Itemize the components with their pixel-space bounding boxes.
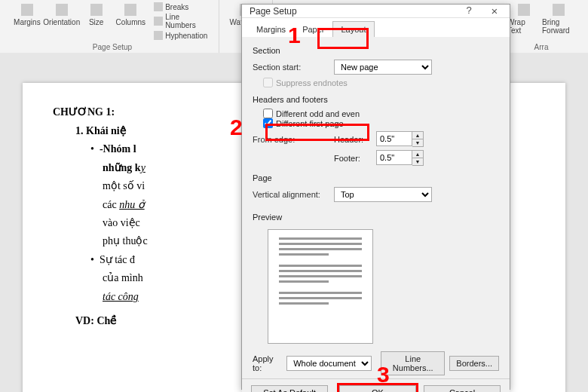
page-setup-dialog: Page Setup ? × Margins Paper Layout Sect… — [241, 4, 510, 390]
set-as-default-button[interactable]: Set As Default — [251, 385, 328, 392]
headers-footers-heading: Headers and footers — [253, 95, 499, 104]
dialog-tabs: Margins Paper Layout — [242, 18, 510, 37]
size-button[interactable]: Size — [80, 2, 113, 41]
ribbon-group-label: Page Setup — [93, 43, 132, 51]
hyphenation-menu[interactable]: Hyphenation — [152, 30, 214, 41]
line-numbers-button[interactable]: Line Numbers... — [381, 351, 445, 375]
chevron-down-icon[interactable]: ▼ — [412, 139, 423, 146]
size-icon — [90, 4, 103, 16]
dialog-title: Page Setup — [250, 6, 297, 17]
from-edge-label: From edge: — [253, 135, 328, 144]
close-icon[interactable]: × — [484, 5, 505, 17]
ribbon-group-arrange: Wrap Text Bring Forward Arra — [501, 0, 582, 54]
cancel-button[interactable]: Cancel — [424, 385, 501, 392]
breaks-icon — [154, 2, 163, 11]
footer-label: Footer: — [334, 154, 370, 163]
suppress-endnotes-label: Suppress endnotes — [276, 78, 348, 87]
borders-button[interactable]: Borders... — [449, 356, 499, 371]
tab-margins[interactable]: Margins — [248, 21, 294, 37]
columns-button[interactable]: Columns — [114, 2, 147, 41]
margins-button[interactable]: Margins — [11, 2, 44, 41]
section-heading: Section — [253, 46, 499, 55]
ribbon-group-label: Arra — [534, 43, 549, 51]
bring-forward-button[interactable]: Bring Forward — [542, 2, 575, 35]
vertical-alignment-label: Vertical alignment: — [253, 190, 328, 199]
orientation-button[interactable]: Orientation — [45, 2, 78, 41]
header-input[interactable] — [376, 131, 412, 146]
orientation-icon — [56, 4, 68, 16]
line-numbers-icon — [154, 17, 163, 26]
margins-icon — [21, 4, 33, 16]
footer-spinbox[interactable]: ▲▼ — [376, 150, 424, 166]
dialog-titlebar[interactable]: Page Setup ? × — [242, 5, 510, 18]
different-first-page-label: Different first page — [276, 119, 344, 128]
different-first-page-checkbox[interactable] — [263, 118, 273, 128]
footer-input[interactable] — [376, 150, 412, 165]
ribbon-group-page-setup: Margins Orientation Size Columns Breaks … — [6, 0, 219, 54]
chevron-up-icon[interactable]: ▲ — [412, 151, 423, 158]
ok-button[interactable]: OK — [339, 385, 416, 392]
different-odd-even-label: Different odd and even — [276, 109, 360, 118]
chevron-down-icon[interactable]: ▼ — [412, 158, 423, 165]
bring-forward-icon — [553, 4, 565, 16]
tab-layout[interactable]: Layout — [332, 21, 374, 37]
help-icon[interactable]: ? — [458, 5, 479, 17]
wrap-text-icon — [518, 4, 530, 16]
chevron-up-icon[interactable]: ▲ — [412, 132, 423, 139]
preview-box — [268, 229, 373, 344]
line-numbers-menu[interactable]: Line Numbers — [152, 12, 214, 30]
header-spinbox[interactable]: ▲▼ — [376, 131, 424, 147]
vertical-alignment-select[interactable]: Top — [334, 187, 432, 202]
breaks-menu[interactable]: Breaks — [152, 2, 214, 12]
wrap-text-button[interactable]: Wrap Text — [507, 2, 541, 35]
page-heading: Page — [253, 173, 499, 182]
hyphenation-icon — [154, 31, 163, 40]
suppress-endnotes-checkbox — [263, 78, 273, 87]
header-label: Header: — [334, 135, 370, 144]
tab-paper[interactable]: Paper — [294, 21, 332, 37]
section-start-select[interactable]: New page — [334, 60, 432, 75]
preview-heading: Preview — [253, 213, 499, 222]
columns-icon — [124, 4, 136, 16]
apply-to-select[interactable]: Whole document — [286, 356, 372, 371]
different-odd-even-checkbox[interactable] — [263, 109, 273, 118]
apply-to-label: Apply to: — [253, 354, 282, 372]
section-start-label: Section start: — [253, 63, 328, 72]
